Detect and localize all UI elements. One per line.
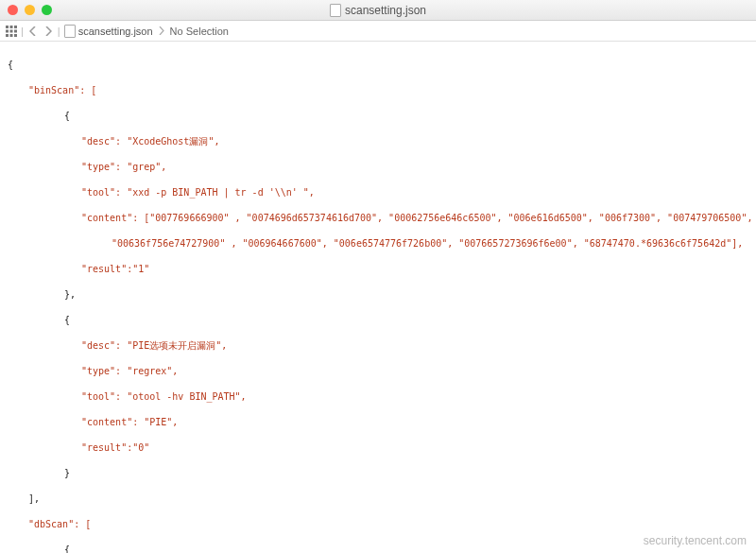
code-line: { (8, 544, 748, 554)
code-line: { (8, 110, 748, 123)
svg-rect-7 (10, 34, 13, 37)
chevron-right-icon (157, 26, 166, 35)
svg-rect-4 (10, 29, 13, 32)
title-text: scansetting.json (345, 4, 426, 17)
code-line: { (8, 314, 748, 327)
jump-bar: | | scansetting.json No Selection (0, 21, 756, 42)
crumb-file-label: scansetting.json (78, 26, 153, 37)
code-line: "content": ["007769666900" , "0074696d65… (8, 212, 748, 225)
separator: | (58, 26, 60, 37)
document-icon (64, 25, 76, 38)
code-line: "type": "grep", (8, 161, 748, 174)
window-traffic-lights (8, 5, 52, 15)
code-line: "result":"0" (8, 441, 748, 455)
svg-rect-6 (6, 34, 9, 37)
code-line: "desc": "XcodeGhost漏洞", (8, 135, 748, 148)
svg-rect-8 (14, 34, 17, 37)
svg-rect-5 (14, 29, 17, 32)
code-line: "dbScan": [ (8, 518, 748, 531)
code-line: }, (8, 288, 748, 302)
code-line: ], (8, 493, 748, 506)
zoom-dot[interactable] (42, 5, 52, 15)
crumb-file[interactable]: scansetting.json (64, 25, 153, 38)
code-editor[interactable]: { "binScan": [ { "desc": "XcodeGhost漏洞",… (0, 42, 756, 553)
window-title: scansetting.json (330, 4, 426, 17)
document-icon (330, 4, 341, 17)
code-line: } (8, 467, 748, 480)
related-items-icon[interactable] (6, 26, 17, 37)
code-line: "result":"1" (8, 263, 748, 276)
svg-rect-2 (14, 26, 17, 28)
svg-rect-1 (10, 26, 13, 28)
code-line: "desc": "PIE选项未开启漏洞", (8, 339, 748, 353)
close-dot[interactable] (8, 5, 18, 15)
svg-rect-3 (6, 29, 9, 32)
code-line: "type": "regrex", (8, 365, 748, 378)
nav-forward-icon[interactable] (43, 26, 54, 36)
separator: | (21, 26, 24, 37)
code-line: "tool": "xxd -p BIN_PATH | tr -d '\\n' "… (8, 186, 748, 199)
crumb-selection[interactable]: No Selection (170, 26, 229, 37)
code-line: { (8, 59, 748, 72)
nav-back-icon[interactable] (27, 26, 39, 36)
code-line: "content": "PIE", (8, 416, 748, 429)
watermark-text: security.tencent.com (644, 534, 747, 547)
code-line: "binScan": [ (8, 84, 748, 97)
code-line: "00636f756e74727900" , "006964667600", "… (8, 237, 748, 251)
minimize-dot[interactable] (25, 5, 35, 15)
svg-rect-0 (6, 26, 9, 28)
code-line: "tool": "otool -hv BIN_PATH", (8, 390, 748, 404)
window-titlebar: scansetting.json (0, 0, 756, 21)
